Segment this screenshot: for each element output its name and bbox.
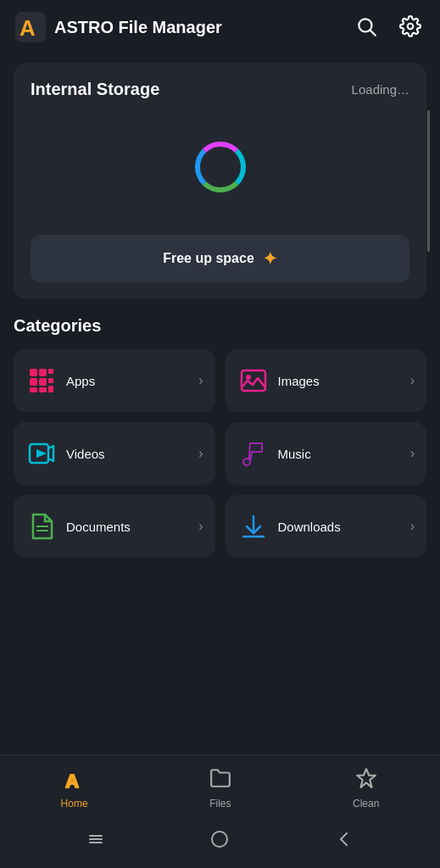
nav-items: A Home Files Clean bbox=[0, 755, 440, 818]
svg-marker-22 bbox=[357, 769, 376, 787]
svg-line-3 bbox=[370, 30, 376, 35]
downloads-icon bbox=[240, 513, 267, 540]
files-icon bbox=[209, 767, 231, 794]
settings-button[interactable] bbox=[396, 12, 425, 43]
svg-rect-5 bbox=[30, 369, 37, 376]
back-button[interactable] bbox=[318, 826, 370, 856]
header-actions bbox=[352, 12, 425, 43]
search-icon bbox=[355, 15, 377, 37]
free-space-label: Free up space bbox=[163, 251, 254, 266]
svg-rect-10 bbox=[30, 387, 37, 392]
videos-chevron-icon: › bbox=[198, 446, 203, 461]
svg-rect-7 bbox=[48, 369, 53, 374]
loading-spinner bbox=[195, 142, 246, 192]
category-item-music[interactable]: Music › bbox=[226, 422, 427, 485]
downloads-icon-wrap bbox=[237, 510, 270, 542]
images-chevron-icon: › bbox=[410, 373, 415, 388]
documents-chevron-icon: › bbox=[198, 519, 203, 534]
gear-icon bbox=[399, 15, 421, 37]
music-chevron-icon: › bbox=[410, 446, 415, 461]
app-title: ASTRO File Manager bbox=[54, 18, 222, 37]
svg-point-26 bbox=[212, 832, 227, 847]
downloads-label: Downloads bbox=[278, 520, 402, 534]
system-nav bbox=[0, 818, 440, 868]
apps-icon bbox=[28, 367, 55, 394]
clean-nav-label: Clean bbox=[353, 798, 379, 810]
videos-icon-wrap bbox=[25, 437, 58, 470]
storage-status: Loading… bbox=[352, 82, 409, 97]
category-item-documents[interactable]: Documents › bbox=[14, 495, 215, 558]
recents-button[interactable] bbox=[70, 826, 122, 856]
storage-title: Internal Storage bbox=[31, 80, 159, 99]
sparkle-icon: ✦ bbox=[263, 248, 277, 269]
nav-home[interactable]: A Home bbox=[44, 764, 105, 813]
loading-spinner-container bbox=[31, 125, 409, 209]
svg-rect-6 bbox=[39, 369, 47, 376]
svg-point-15 bbox=[246, 375, 251, 380]
svg-point-4 bbox=[408, 23, 414, 29]
apps-icon-wrap bbox=[25, 364, 58, 397]
music-icon bbox=[240, 440, 267, 467]
svg-rect-13 bbox=[48, 386, 53, 392]
svg-rect-14 bbox=[242, 370, 265, 391]
svg-text:A: A bbox=[65, 771, 79, 789]
music-icon-wrap bbox=[237, 437, 270, 470]
home-icon: A bbox=[64, 767, 86, 794]
svg-rect-9 bbox=[39, 378, 47, 386]
videos-label: Videos bbox=[66, 447, 190, 461]
home-nav-label: Home bbox=[61, 798, 88, 810]
category-item-videos[interactable]: Videos › bbox=[14, 422, 215, 485]
documents-icon-wrap bbox=[25, 510, 58, 542]
free-space-button[interactable]: Free up space ✦ bbox=[31, 235, 409, 282]
documents-icon bbox=[28, 513, 55, 540]
search-button[interactable] bbox=[352, 12, 381, 43]
music-label: Music bbox=[278, 447, 402, 461]
svg-marker-17 bbox=[36, 449, 47, 458]
images-icon-wrap bbox=[237, 364, 270, 397]
nav-clean[interactable]: Clean bbox=[336, 764, 396, 813]
app-logo: A ASTRO File Manager bbox=[15, 12, 352, 42]
categories-title: Categories bbox=[14, 316, 426, 336]
home-circle-button[interactable] bbox=[193, 826, 246, 856]
svg-rect-8 bbox=[30, 378, 37, 386]
files-nav-label: Files bbox=[209, 798, 231, 810]
category-item-images[interactable]: Images › bbox=[226, 349, 427, 412]
downloads-chevron-icon: › bbox=[410, 519, 415, 534]
bottom-nav: A Home Files Clean bbox=[0, 754, 440, 868]
clean-icon bbox=[355, 767, 377, 794]
svg-text:A: A bbox=[19, 15, 36, 41]
apps-label: Apps bbox=[66, 374, 190, 388]
storage-header: Internal Storage Loading… bbox=[31, 80, 409, 99]
svg-rect-12 bbox=[48, 378, 53, 383]
images-label: Images bbox=[278, 374, 402, 388]
astro-logo-icon: A bbox=[15, 12, 46, 42]
apps-chevron-icon: › bbox=[198, 373, 203, 388]
storage-card: Internal Storage Loading… Free up space … bbox=[14, 63, 426, 299]
documents-label: Documents bbox=[66, 520, 190, 534]
images-icon bbox=[240, 367, 267, 394]
videos-icon bbox=[28, 440, 55, 467]
category-item-downloads[interactable]: Downloads › bbox=[226, 495, 427, 558]
category-item-apps[interactable]: Apps › bbox=[14, 349, 215, 412]
app-header: A ASTRO File Manager bbox=[0, 0, 440, 54]
svg-rect-11 bbox=[39, 387, 47, 392]
categories-grid: Apps › Images › bbox=[14, 349, 426, 558]
categories-section: Categories Apps › bbox=[0, 316, 440, 558]
nav-files[interactable]: Files bbox=[192, 764, 248, 813]
